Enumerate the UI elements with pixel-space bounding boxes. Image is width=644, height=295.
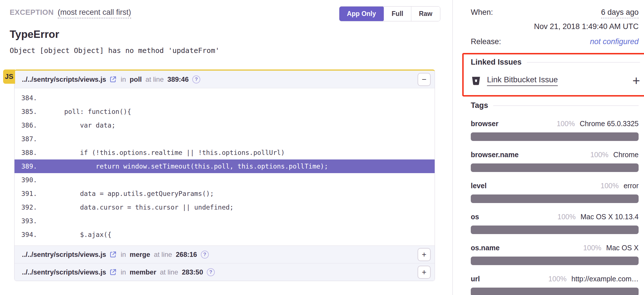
- tag-key[interactable]: url: [471, 275, 480, 283]
- exception-header: EXCEPTION (most recent call first): [10, 8, 131, 19]
- tag-item-os-name: os.name 100% Mac OS X: [471, 244, 639, 265]
- tag-value: Mac OS X: [606, 244, 639, 252]
- frame-function-name: merge: [130, 251, 150, 259]
- code-line-386: 386. var data;: [15, 118, 435, 132]
- line-number: 393.: [15, 217, 33, 225]
- error-type-title: TypeError: [10, 28, 59, 40]
- code-line-390: 390.: [15, 173, 435, 187]
- tag-value: Chrome: [613, 151, 639, 159]
- frame-atline-word: at line: [154, 251, 172, 259]
- code-line-394: 394. $.ajax({: [15, 228, 435, 241]
- tag-key[interactable]: os.name: [471, 244, 499, 252]
- tag-percent: 100%: [558, 213, 576, 221]
- tag-percent: 100%: [590, 151, 608, 159]
- frame-atline-word: at line: [146, 75, 164, 83]
- code-line-384: 384.: [15, 91, 435, 105]
- line-code: var data;: [33, 122, 115, 129]
- help-icon[interactable]: ?: [192, 75, 200, 83]
- release-not-configured-link[interactable]: not configured: [590, 37, 639, 46]
- stack-frame-header-member[interactable]: ../../sentry/scripts/views.js in member …: [15, 263, 435, 281]
- frame-in-word: in: [121, 251, 126, 259]
- tag-distribution-bar: [471, 288, 639, 295]
- stack-frame-header-merge[interactable]: ../../sentry/scripts/views.js in merge a…: [15, 245, 435, 263]
- frame-line-number: 268:16: [176, 251, 197, 259]
- tag-percent: 100%: [583, 244, 601, 252]
- line-code: if (!this.options.realtime || !this.opti…: [33, 149, 285, 156]
- external-link-icon[interactable]: [109, 75, 117, 83]
- tag-key[interactable]: os: [471, 213, 479, 221]
- tag-percent: 100%: [600, 182, 619, 190]
- when-row: When: 6 days ago: [471, 8, 639, 19]
- tag-percent: 100%: [548, 275, 567, 283]
- exception-section-label: EXCEPTION: [10, 8, 54, 17]
- stack-frame-header-poll[interactable]: ../../sentry/scripts/views.js in poll at…: [15, 71, 435, 88]
- line-number: 387.: [15, 135, 33, 143]
- stacktrace-container: JS ../../sentry/scripts/views.js in poll…: [14, 69, 435, 281]
- error-message: Object [object Object] has no method 'up…: [10, 46, 220, 55]
- tag-key[interactable]: browser: [471, 120, 498, 128]
- frame-file-path[interactable]: ../../sentry/scripts/views.js: [22, 75, 106, 83]
- tag-value: error: [624, 182, 639, 190]
- when-relative-time[interactable]: 6 days ago: [601, 8, 639, 19]
- tag-item-url: url 100% http://example.com…: [471, 275, 639, 295]
- when-label: When:: [471, 8, 493, 17]
- tag-distribution-bar: [471, 257, 639, 265]
- exception-panel: EXCEPTION (most recent call first) App O…: [0, 0, 452, 295]
- when-absolute-time: Nov 21, 2018 1:49:40 AM UTC: [471, 22, 639, 31]
- line-code: data = app.utils.getQueryParams();: [33, 190, 214, 197]
- tag-key[interactable]: browser.name: [471, 151, 519, 159]
- tag-item-os: os 100% Mac OS X 10.13.4: [471, 213, 639, 234]
- linked-issues-annotation-box: Linked Issues Link Bitbucket Issue +: [462, 53, 644, 97]
- exception-order-hint[interactable]: (most recent call first): [58, 8, 131, 19]
- collapse-frame-button[interactable]: −: [418, 73, 431, 86]
- code-line-393: 393.: [15, 214, 435, 228]
- link-bitbucket-issue-link[interactable]: Link Bitbucket Issue: [487, 75, 558, 86]
- external-link-icon[interactable]: [109, 268, 117, 276]
- tags-title: Tags: [471, 101, 488, 110]
- frame-file-path[interactable]: ../../sentry/scripts/views.js: [22, 251, 106, 259]
- frame-in-word: in: [121, 75, 126, 83]
- help-icon[interactable]: ?: [201, 251, 209, 259]
- frame-atline-word: at line: [160, 268, 178, 276]
- add-linked-issue-button[interactable]: +: [632, 74, 640, 87]
- code-context: 384. 385. poll: function(){ 386. var dat…: [15, 88, 435, 245]
- line-number: 394.: [15, 231, 33, 238]
- toggle-full-button[interactable]: Full: [384, 7, 411, 21]
- line-number: 384.: [15, 94, 33, 102]
- frame-in-word: in: [121, 268, 126, 276]
- tag-distribution-bar: [471, 163, 639, 172]
- section-divider: [527, 62, 640, 63]
- code-line-389-crash-line: 389. return window.setTimeout(this.poll,…: [15, 159, 435, 173]
- release-label: Release:: [471, 37, 501, 46]
- tag-percent: 100%: [557, 120, 575, 128]
- help-icon[interactable]: ?: [207, 268, 215, 276]
- tag-value: http://example.com…: [571, 275, 639, 283]
- toggle-raw-button[interactable]: Raw: [411, 7, 440, 21]
- expand-frame-button[interactable]: +: [418, 266, 431, 279]
- line-number: 390.: [15, 176, 33, 184]
- external-link-icon[interactable]: [109, 251, 117, 258]
- frame-line-number: 389:46: [168, 75, 189, 83]
- code-line-387: 387.: [15, 132, 435, 146]
- link-bitbucket-issue-row[interactable]: Link Bitbucket Issue +: [471, 74, 640, 87]
- tag-distribution-bar: [471, 132, 639, 141]
- release-row: Release: not configured: [471, 37, 639, 46]
- tag-item-level: level 100% error: [471, 182, 639, 203]
- line-number: 391.: [15, 190, 33, 197]
- linked-issues-header: Linked Issues: [471, 58, 640, 67]
- frame-function-name: poll: [130, 75, 142, 83]
- tag-distribution-bar: [471, 226, 639, 234]
- toggle-app-only-button[interactable]: App Only: [339, 6, 384, 21]
- frame-file-path[interactable]: ../../sentry/scripts/views.js: [22, 268, 106, 276]
- line-code: return window.setTimeout(this.poll, this…: [33, 163, 328, 170]
- tags-section: Tags browser 100% Chrome 65.0.3325 brows…: [471, 101, 639, 295]
- tag-value: Mac OS X 10.13.4: [581, 213, 639, 221]
- tag-key[interactable]: level: [471, 182, 487, 190]
- expand-frame-button[interactable]: +: [418, 248, 431, 261]
- frame-line-number: 283:50: [182, 268, 203, 276]
- tag-item-browser: browser 100% Chrome 65.0.3325: [471, 120, 639, 141]
- frame-function-name: member: [130, 268, 156, 276]
- code-line-388: 388. if (!this.options.realtime || !this…: [15, 146, 435, 159]
- bitbucket-icon: [471, 75, 481, 86]
- event-details-sidebar: When: 6 days ago Nov 21, 2018 1:49:40 AM…: [452, 0, 644, 295]
